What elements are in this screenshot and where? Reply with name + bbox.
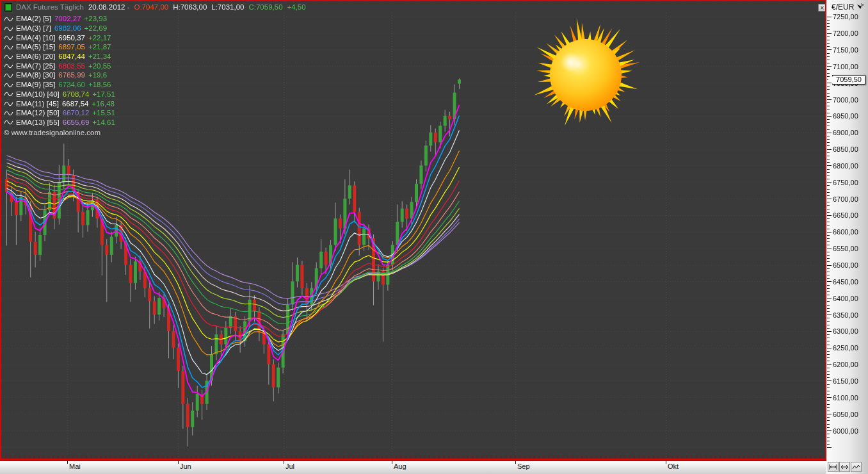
price-axis-tick xyxy=(827,199,832,199)
legend-row-ema[interactable]: EMA(11) [45]6687,54+16,48 xyxy=(4,99,115,108)
horizontal-scale-button[interactable] xyxy=(839,462,850,472)
price-axis-tick xyxy=(827,235,830,236)
legend-row-ema[interactable]: EMA(7) [25]6803,55+20,55 xyxy=(4,61,115,70)
price-axis-tick xyxy=(827,268,830,269)
ema-change: +22,69 xyxy=(84,24,108,32)
price-axis-tick xyxy=(827,245,830,245)
price-axis-tick xyxy=(827,301,830,302)
price-axis-tick xyxy=(827,305,830,306)
legend-row-ema[interactable]: EMA(13) [55]6655,69+14,61 xyxy=(4,118,115,127)
price-axis-label: 6500,00 xyxy=(833,261,858,269)
ema-change: +17,51 xyxy=(92,90,115,98)
auto-scale-button[interactable] xyxy=(851,462,862,472)
price-axis-label: 6950,00 xyxy=(833,112,858,120)
price-axis-tick xyxy=(827,400,830,401)
fit-width-button[interactable] xyxy=(828,462,839,472)
price-axis-label: 6000,00 xyxy=(833,427,858,435)
ema-change: +14,61 xyxy=(92,118,115,126)
time-axis[interactable] xyxy=(0,460,826,474)
price-axis-tick xyxy=(827,159,830,159)
price-axis-tick xyxy=(827,63,830,63)
price-axis-label: 6850,00 xyxy=(833,145,858,153)
price-axis-label: 6700,00 xyxy=(833,195,858,203)
price-axis-tick xyxy=(827,162,830,163)
price-axis-tick xyxy=(827,407,830,408)
price-axis-tick xyxy=(827,258,830,259)
ema-value: 6950,37 xyxy=(58,34,85,42)
price-axis-tick xyxy=(827,368,830,368)
price-axis-tick xyxy=(827,40,830,40)
chart-pane[interactable]: DAX Futures Täglich 20.08.2012 - O:7047,… xyxy=(0,0,826,460)
price-axis-tick xyxy=(827,308,830,309)
chart-canvas[interactable] xyxy=(1,1,825,459)
price-axis-tick xyxy=(827,318,830,318)
price-axis-tick xyxy=(827,427,830,428)
price-axis-tick xyxy=(827,176,830,176)
month-label: Jun xyxy=(180,462,191,470)
sun-body xyxy=(550,39,622,111)
price-axis-tick xyxy=(827,26,830,27)
legend-row-ema[interactable]: EMA(12) [50]6670,12+15,51 xyxy=(4,108,115,118)
price-axis-currency-label: €/EUR xyxy=(832,3,854,12)
wave-icon xyxy=(4,72,13,79)
price-axis-tick xyxy=(827,281,832,282)
price-axis-tick xyxy=(827,351,830,352)
price-axis-tick xyxy=(827,73,830,74)
ema-label: EMA(3) [7] xyxy=(16,24,51,32)
axis-mode-icon[interactable]: In xyxy=(856,2,865,11)
ema-value: 7002,27 xyxy=(54,15,81,22)
price-axis-tick xyxy=(827,249,832,249)
trading-application-window: DAX Futures Täglich 20.08.2012 - O:7047,… xyxy=(0,0,868,474)
price-axis-tick xyxy=(827,209,830,209)
legend-row-ema[interactable]: EMA(3) [7]6982,06+22,69 xyxy=(4,24,115,33)
price-axis-tick xyxy=(827,43,830,44)
price-axis-label: 6550,00 xyxy=(833,245,858,252)
price-axis-tick xyxy=(827,156,830,156)
price-axis[interactable] xyxy=(826,0,868,474)
price-axis-label: 6050,00 xyxy=(833,411,858,418)
wave-icon xyxy=(4,34,13,41)
price-axis-tick xyxy=(827,99,832,100)
price-axis-tick xyxy=(827,89,830,90)
wave-icon xyxy=(4,25,13,32)
legend-row-ema[interactable]: EMA(4) [10]6950,37+22,17 xyxy=(4,33,115,42)
price-axis-tick xyxy=(827,364,832,365)
ema-change: +19,6 xyxy=(88,71,107,79)
price-axis-label: 6900,00 xyxy=(833,129,858,136)
quote-open: O:7047,00 xyxy=(134,3,168,11)
price-axis-tick xyxy=(827,354,830,355)
price-axis-label: 6450,00 xyxy=(833,278,858,286)
ema-value: 6847,44 xyxy=(58,53,85,60)
legend-row-ema[interactable]: EMA(2) [5]7002,27+23,93 xyxy=(4,14,115,24)
ema-change: +20,55 xyxy=(88,62,111,70)
price-axis-tick xyxy=(827,113,830,113)
month-label: Okt xyxy=(668,462,679,470)
legend-row-ema[interactable]: EMA(9) [35]6734,60+18,56 xyxy=(4,80,115,90)
price-axis-tick xyxy=(827,272,830,272)
price-axis-tick xyxy=(827,93,830,94)
price-axis-tick xyxy=(827,311,830,312)
price-axis-tick xyxy=(827,110,830,110)
legend-row-ema[interactable]: EMA(6) [20]6847,44+21,34 xyxy=(4,52,115,61)
legend-row-ema[interactable]: EMA(10) [40]6708,74+17,51 xyxy=(4,90,115,99)
price-axis-tick xyxy=(827,255,830,256)
price-axis-tick xyxy=(827,205,830,206)
quote-close: C:7059,50 xyxy=(248,3,282,11)
wave-icon xyxy=(4,100,13,107)
sun-highlight xyxy=(560,52,581,72)
legend-row-ema[interactable]: EMA(5) [15]6897,05+21,87 xyxy=(4,42,115,52)
wave-icon xyxy=(4,44,13,51)
axis-toolbar xyxy=(828,462,862,472)
price-axis-tick xyxy=(827,238,830,239)
ema-label: EMA(10) [40] xyxy=(16,90,60,98)
price-axis-tick xyxy=(827,185,830,186)
ema-value: 6670,12 xyxy=(63,109,90,117)
ema-change: +21,34 xyxy=(88,53,111,60)
price-axis-tick xyxy=(827,145,830,146)
ema-value: 6765,99 xyxy=(58,71,85,79)
price-axis-label: 6200,00 xyxy=(833,361,858,368)
sun-image[interactable] xyxy=(513,4,661,151)
price-axis-tick xyxy=(827,46,830,47)
legend-row-ema[interactable]: EMA(8) [30]6765,99+19,6 xyxy=(4,70,115,80)
price-axis-tick xyxy=(827,182,832,183)
